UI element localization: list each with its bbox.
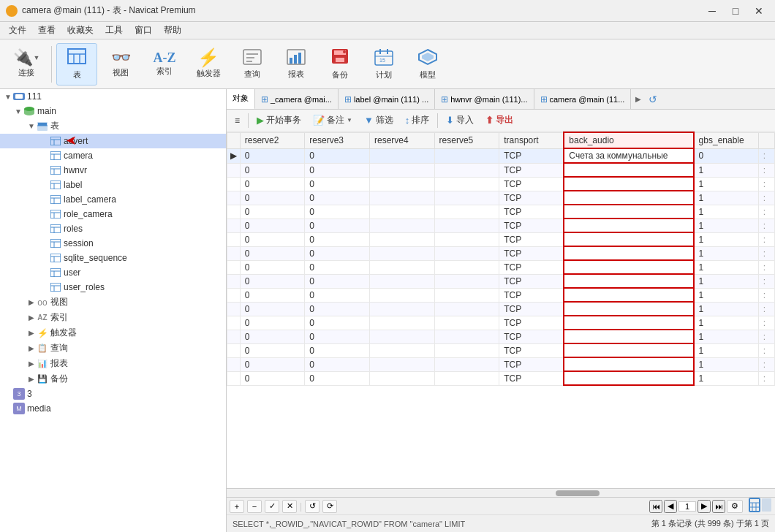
- cell-transport[interactable]: TCP: [499, 316, 564, 330]
- cell-reserve2[interactable]: 0: [240, 205, 305, 218]
- begin-transaction-button[interactable]: ▶ 开始事务: [252, 112, 306, 129]
- tab-refresh-button[interactable]: ↺: [646, 89, 660, 110]
- cell-transport[interactable]: TCP: [499, 343, 564, 357]
- sidebar-item-3[interactable]: ▶ 3 3: [0, 387, 226, 401]
- toolbar-report-button[interactable]: 报表: [276, 43, 317, 86]
- sidebar-item-main[interactable]: ▼ main: [0, 104, 226, 118]
- cell-gbs-enable[interactable]: 1: [694, 218, 759, 232]
- sidebar-item-advert[interactable]: ▶ advert ➤: [0, 134, 226, 148]
- cell-reserve4[interactable]: [369, 371, 434, 385]
- cell-gbs-enable[interactable]: 1: [694, 163, 759, 177]
- cancel-button[interactable]: ✕: [282, 500, 297, 513]
- refresh-button[interactable]: ↺: [305, 500, 320, 513]
- cell-reserve4[interactable]: [369, 357, 434, 371]
- tab-camera2[interactable]: ⊞ camera @main (11...: [534, 89, 632, 110]
- toolbar-query-button[interactable]: 查询: [232, 43, 273, 86]
- cell-reserve3[interactable]: 0: [305, 274, 370, 288]
- sidebar-item-queries[interactable]: ▶ 📋 查询: [0, 341, 226, 356]
- cell-reserve4[interactable]: [369, 205, 434, 218]
- cell-back-audio[interactable]: [564, 288, 693, 302]
- tab-label1[interactable]: ⊞ label @main (111) ...: [339, 89, 435, 110]
- col-header-reserve5[interactable]: reserve5: [434, 132, 499, 148]
- cell-reserve4[interactable]: [369, 343, 434, 357]
- nav-prev-button[interactable]: ◀: [664, 500, 677, 513]
- cell-back-audio[interactable]: [564, 357, 693, 371]
- cell-back-audio[interactable]: [564, 302, 693, 316]
- cell-back-audio[interactable]: [564, 218, 693, 232]
- cell-reserve5[interactable]: [434, 274, 499, 288]
- cell-transport[interactable]: TCP: [499, 218, 564, 232]
- cell-reserve5[interactable]: [434, 246, 499, 260]
- cell-reserve2[interactable]: 0: [240, 218, 305, 232]
- maximize-button[interactable]: □: [725, 4, 746, 18]
- cell-reserve5[interactable]: [434, 330, 499, 343]
- cell-reserve4[interactable]: [369, 218, 434, 232]
- menu-view[interactable]: 查看: [32, 23, 61, 38]
- cell-reserve5[interactable]: [434, 357, 499, 371]
- cell-reserve5[interactable]: [434, 218, 499, 232]
- sidebar-item-roles[interactable]: ▶ roles: [0, 221, 226, 236]
- toolbar-table-button[interactable]: 表: [56, 43, 97, 86]
- cell-gbs-enable[interactable]: 1: [694, 371, 759, 385]
- cell-reserve2[interactable]: 0: [240, 260, 305, 274]
- cell-transport[interactable]: TCP: [499, 302, 564, 316]
- cell-reserve2[interactable]: 0: [240, 330, 305, 343]
- sidebar-item-user[interactable]: ▶ user: [0, 265, 226, 280]
- sidebar-item-user-roles[interactable]: ▶ user_roles: [0, 280, 226, 294]
- nav-settings-button[interactable]: ⚙: [727, 500, 743, 513]
- cell-gbs-enable[interactable]: 1: [694, 232, 759, 246]
- sidebar-item-sqlite-sequence[interactable]: ▶ sqlite_sequence: [0, 251, 226, 265]
- col-header-gbs-enable[interactable]: gbs_enable: [694, 132, 759, 148]
- cell-reserve5[interactable]: [434, 191, 499, 205]
- cell-reserve3[interactable]: 0: [305, 191, 370, 205]
- scrollbar-thumb[interactable]: [556, 490, 600, 496]
- menu-help[interactable]: 帮助: [158, 23, 187, 38]
- sidebar-item-label-camera[interactable]: ▶ label_camera: [0, 192, 226, 207]
- nav-last-button[interactable]: ⏭: [712, 500, 725, 513]
- cell-reserve2[interactable]: 0: [240, 232, 305, 246]
- col-header-reserve2[interactable]: reserve2: [240, 132, 305, 148]
- cell-reserve2[interactable]: 0: [240, 191, 305, 205]
- cell-reserve3[interactable]: 0: [305, 246, 370, 260]
- cell-reserve2[interactable]: 0: [240, 343, 305, 357]
- cell-reserve4[interactable]: [369, 191, 434, 205]
- cell-gbs-enable[interactable]: 1: [694, 177, 759, 191]
- cell-back-audio[interactable]: [564, 246, 693, 260]
- cell-reserve5[interactable]: [434, 260, 499, 274]
- cell-reserve4[interactable]: [369, 148, 434, 163]
- cell-reserve3[interactable]: 0: [305, 330, 370, 343]
- tab-object[interactable]: 对象: [227, 89, 255, 110]
- delete-row-button[interactable]: −: [247, 500, 262, 513]
- sidebar-item-camera[interactable]: ▶ camera: [0, 148, 226, 163]
- cell-gbs-enable[interactable]: 1: [694, 288, 759, 302]
- cell-gbs-enable[interactable]: 1: [694, 316, 759, 330]
- tab-camera1[interactable]: ⊞ _camera @mai...: [255, 89, 339, 110]
- cell-transport[interactable]: TCP: [499, 205, 564, 218]
- reload-button[interactable]: ⟳: [322, 500, 337, 513]
- sort-button[interactable]: ↕ 排序: [400, 112, 435, 129]
- cell-transport[interactable]: TCP: [499, 274, 564, 288]
- toolbar-view-button[interactable]: 👓 视图: [100, 43, 141, 86]
- cell-reserve4[interactable]: [369, 316, 434, 330]
- cell-reserve5[interactable]: [434, 343, 499, 357]
- cell-reserve2[interactable]: 0: [240, 148, 305, 163]
- cell-reserve3[interactable]: 0: [305, 288, 370, 302]
- cell-reserve5[interactable]: [434, 371, 499, 385]
- cell-reserve5[interactable]: [434, 163, 499, 177]
- cell-reserve3[interactable]: 0: [305, 163, 370, 177]
- cell-transport[interactable]: TCP: [499, 163, 564, 177]
- cell-reserve3[interactable]: 0: [305, 205, 370, 218]
- cell-back-audio[interactable]: [564, 191, 693, 205]
- import-button[interactable]: ⬇ 导入: [441, 112, 479, 129]
- sidebar-item-indexes[interactable]: ▶ AZ 索引: [0, 310, 226, 325]
- sidebar-item-media[interactable]: ▶ M media: [0, 401, 226, 416]
- sidebar-item-views[interactable]: ▶ oo 视图: [0, 294, 226, 310]
- cell-reserve3[interactable]: 0: [305, 371, 370, 385]
- cell-back-audio[interactable]: Счета за коммунальные: [564, 148, 693, 163]
- menu-favorites[interactable]: 收藏夹: [61, 23, 99, 38]
- cell-reserve2[interactable]: 0: [240, 371, 305, 385]
- cell-reserve2[interactable]: 0: [240, 316, 305, 330]
- cell-reserve3[interactable]: 0: [305, 316, 370, 330]
- cell-gbs-enable[interactable]: 0: [694, 148, 759, 163]
- cell-reserve5[interactable]: [434, 177, 499, 191]
